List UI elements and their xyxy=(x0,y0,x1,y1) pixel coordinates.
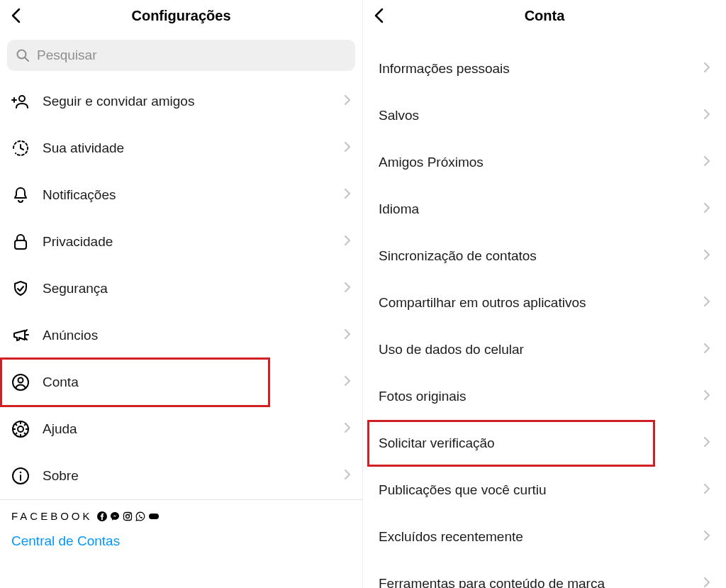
row-label: Sua atividade xyxy=(43,140,344,156)
back-button[interactable] xyxy=(363,0,394,31)
row-label: Sobre xyxy=(43,468,344,484)
chevron-right-icon xyxy=(703,155,710,170)
row-label: Uso de dados do celular xyxy=(379,342,703,357)
row-label: Idioma xyxy=(379,201,703,217)
settings-panel: Configurações Seguir e convidar amigosSu… xyxy=(0,0,363,588)
lock-icon xyxy=(11,233,34,251)
settings-row-info[interactable]: Sobre xyxy=(0,453,362,499)
row-label: Compartilhar em outros aplicativos xyxy=(379,295,703,311)
activity-icon xyxy=(11,139,34,157)
settings-title: Configurações xyxy=(0,8,362,24)
chevron-right-icon xyxy=(703,577,710,588)
chevron-right-icon xyxy=(344,328,351,343)
chevron-right-icon xyxy=(703,389,710,404)
divider xyxy=(0,499,362,500)
account-title: Conta xyxy=(363,8,726,24)
chevron-right-icon xyxy=(703,249,710,263)
chevron-right-icon xyxy=(703,62,710,76)
svg-point-9 xyxy=(20,472,22,474)
row-label: Excluídos recentemente xyxy=(379,529,703,545)
instagram-icon xyxy=(123,511,133,521)
follow-icon xyxy=(11,92,34,111)
svg-point-2 xyxy=(19,96,25,101)
settings-list: Seguir e convidar amigosSua atividadeNot… xyxy=(0,78,362,499)
search-icon xyxy=(16,48,30,62)
settings-row-bell[interactable]: Notificações xyxy=(0,172,362,218)
account-panel: Conta Informações pessoaisSalvosAmigos P… xyxy=(363,0,726,588)
chevron-right-icon xyxy=(703,483,710,497)
row-label: Fotos originais xyxy=(379,389,703,404)
row-label: Notificações xyxy=(43,187,344,203)
search-box[interactable] xyxy=(7,40,355,71)
info-icon xyxy=(11,467,34,485)
bell-icon xyxy=(11,186,34,204)
account-list: Informações pessoaisSalvosAmigos Próximo… xyxy=(363,45,726,588)
account-row[interactable]: Solicitar verificação xyxy=(363,420,726,467)
accounts-center-link[interactable]: Central de Contas xyxy=(11,533,351,549)
account-row[interactable]: Idioma xyxy=(363,186,726,233)
account-row[interactable]: Informações pessoais xyxy=(363,45,726,92)
row-label: Amigos Próximos xyxy=(379,155,703,170)
svg-rect-14 xyxy=(149,514,159,519)
row-label: Seguir e convidar amigos xyxy=(43,94,344,109)
back-button[interactable] xyxy=(0,0,31,31)
svg-rect-3 xyxy=(15,240,26,249)
chevron-right-icon xyxy=(344,469,351,483)
account-row[interactable]: Ferramentas para conteúdo de marca xyxy=(363,560,726,588)
settings-row-account[interactable]: Conta xyxy=(0,359,362,406)
row-label: Segurança xyxy=(43,281,344,296)
account-header: Conta xyxy=(363,0,726,31)
chevron-left-icon xyxy=(11,8,21,23)
settings-row-help[interactable]: Ajuda xyxy=(0,406,362,453)
chevron-right-icon xyxy=(344,188,351,202)
row-label: Publicações que você curtiu xyxy=(379,482,703,498)
row-label: Sincronização de contatos xyxy=(379,248,703,264)
account-row[interactable]: Excluídos recentemente xyxy=(363,514,726,560)
chevron-right-icon xyxy=(344,235,351,249)
chevron-right-icon xyxy=(344,141,351,155)
account-row[interactable]: Publicações que você curtiu xyxy=(363,467,726,514)
row-label: Ajuda xyxy=(43,421,344,437)
settings-row-megaphone[interactable]: Anúncios xyxy=(0,312,362,359)
settings-row-activity[interactable]: Sua atividade xyxy=(0,125,362,172)
chevron-right-icon xyxy=(344,422,351,436)
account-row[interactable]: Amigos Próximos xyxy=(363,139,726,186)
oculus-icon xyxy=(148,513,160,520)
svg-point-13 xyxy=(129,513,130,514)
facebook-icon xyxy=(97,511,107,521)
settings-row-lock[interactable]: Privacidade xyxy=(0,218,362,265)
megaphone-icon xyxy=(11,326,34,345)
chevron-right-icon xyxy=(344,94,351,109)
account-row[interactable]: Sincronização de contatos xyxy=(363,233,726,279)
settings-row-shield[interactable]: Segurança xyxy=(0,265,362,312)
settings-row-follow[interactable]: Seguir e convidar amigos xyxy=(0,78,362,125)
account-icon xyxy=(11,373,34,392)
svg-point-7 xyxy=(18,426,23,432)
chevron-right-icon xyxy=(344,282,351,296)
chevron-right-icon xyxy=(703,296,710,310)
account-row[interactable]: Compartilhar em outros aplicativos xyxy=(363,279,726,326)
svg-point-5 xyxy=(18,378,23,383)
facebook-wordmark: FACEBOOK xyxy=(11,510,93,522)
account-row[interactable]: Uso de dados do celular xyxy=(363,326,726,373)
row-label: Ferramentas para conteúdo de marca xyxy=(379,576,703,588)
chevron-left-icon xyxy=(374,8,384,23)
chevron-right-icon xyxy=(703,343,710,357)
account-row[interactable]: Fotos originais xyxy=(363,373,726,420)
row-label: Anúncios xyxy=(43,328,344,343)
facebook-block: FACEBOOK Central de Contas xyxy=(0,510,362,549)
account-row[interactable]: Salvos xyxy=(363,92,726,139)
svg-point-12 xyxy=(125,514,129,518)
chevron-right-icon xyxy=(703,202,710,216)
row-label: Privacidade xyxy=(43,234,344,250)
svg-line-1 xyxy=(26,58,29,62)
svg-point-0 xyxy=(18,50,26,59)
chevron-right-icon xyxy=(344,375,351,389)
search-input[interactable] xyxy=(37,48,347,63)
row-label: Informações pessoais xyxy=(379,61,703,77)
shield-icon xyxy=(11,279,34,298)
whatsapp-icon xyxy=(135,511,145,521)
facebook-app-icons xyxy=(97,511,160,521)
help-icon xyxy=(11,420,34,438)
row-label: Solicitar verificação xyxy=(379,436,703,451)
